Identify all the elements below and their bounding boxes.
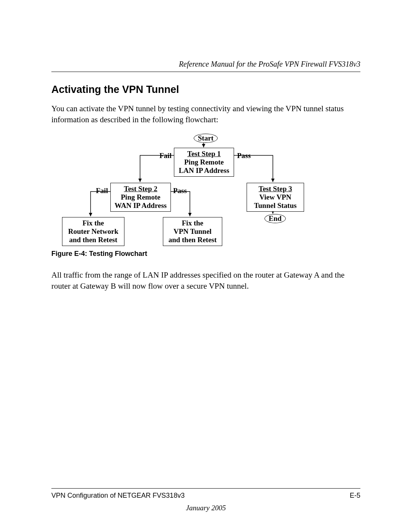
flow-fix-vpn: Fix the VPN Tunnel and then Retest bbox=[163, 217, 222, 246]
flow-fix-router-l2: Router Network bbox=[68, 227, 118, 235]
running-header: Reference Manual for the ProSafe VPN Fir… bbox=[51, 59, 360, 69]
figure-caption: Figure E-4: Testing Flowchart bbox=[51, 249, 360, 258]
flow-step3-l2: View VPN bbox=[260, 193, 292, 201]
flow-step1-l3: LAN IP Address bbox=[179, 166, 229, 174]
edge-step2-fail: Fail bbox=[96, 186, 108, 196]
section-heading: Activating the VPN Tunnel bbox=[51, 83, 360, 96]
flow-step2-l3: WAN IP Address bbox=[115, 201, 167, 209]
intro-paragraph: You can activate the VPN tunnel by testi… bbox=[51, 103, 360, 125]
flowchart-figure: Start Test Step 1 Ping Remote LAN IP Add… bbox=[51, 133, 360, 243]
flow-step1: Test Step 1 Ping Remote LAN IP Address bbox=[174, 148, 234, 177]
footer-left: VPN Configuration of NETGEAR FVS318v3 bbox=[51, 491, 185, 500]
flow-step3-title: Test Step 3 bbox=[259, 185, 292, 193]
flow-step2-title: Test Step 2 bbox=[124, 185, 158, 193]
flow-start: Start bbox=[194, 134, 218, 143]
flow-fix-router: Fix the Router Network and then Retest bbox=[62, 217, 124, 246]
flow-fix-vpn-l3: and then Retest bbox=[169, 236, 217, 244]
after-paragraph: All traffic from the range of LAN IP add… bbox=[51, 270, 360, 291]
flow-step2: Test Step 2 Ping Remote WAN IP Address bbox=[110, 183, 171, 212]
edge-step1-pass: Pass bbox=[237, 151, 251, 161]
flow-step1-l2: Ping Remote bbox=[184, 158, 224, 166]
flow-step3: Test Step 3 View VPN Tunnel Status bbox=[247, 183, 304, 212]
footer-page-number: E-5 bbox=[350, 491, 360, 500]
edge-step2-pass: Pass bbox=[173, 186, 187, 196]
footer-rule bbox=[51, 488, 360, 489]
flow-fix-vpn-l2: VPN Tunnel bbox=[174, 227, 212, 235]
flow-step3-l3: Tunnel Status bbox=[254, 201, 297, 209]
flow-end: End bbox=[264, 214, 286, 223]
header-rule bbox=[51, 72, 360, 72]
flow-fix-vpn-l1: Fix the bbox=[182, 219, 203, 227]
flow-fix-router-l3: and then Retest bbox=[69, 236, 118, 244]
flow-step1-title: Test Step 1 bbox=[187, 150, 221, 158]
flow-fix-router-l1: Fix the bbox=[83, 219, 104, 227]
footer-date: January 2005 bbox=[51, 503, 360, 513]
flow-step2-l2: Ping Remote bbox=[121, 193, 161, 201]
edge-step1-fail: Fail bbox=[159, 151, 172, 161]
page-footer: VPN Configuration of NETGEAR FVS318v3 E-… bbox=[51, 488, 360, 513]
